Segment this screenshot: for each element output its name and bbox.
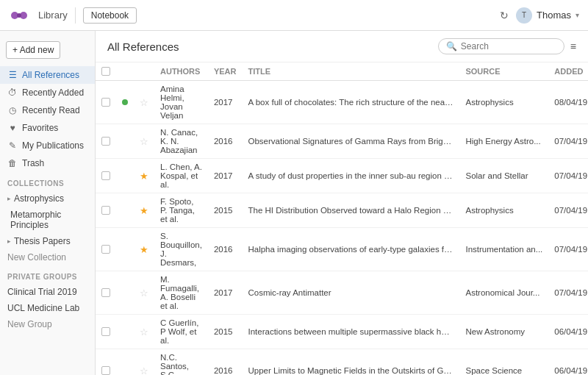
user-name: Thomas: [537, 10, 571, 21]
cell-title: A box full of chocolates: The rich struc…: [242, 81, 459, 124]
star-icon[interactable]: ☆: [140, 136, 148, 147]
cell-title: Observational Signatures of Gamma Rays f…: [242, 124, 459, 159]
group-item-clinical[interactable]: Clinical Trial 2019: [0, 284, 95, 300]
cell-source: Space Science: [459, 349, 548, 376]
svg-point-2: [17, 13, 21, 18]
star-icon[interactable]: ★: [140, 205, 148, 216]
cell-added: 06/04/19: [548, 349, 588, 376]
cell-source: Astrophysics: [459, 81, 548, 124]
nav-label-favorites: Favorites: [22, 123, 58, 133]
nav-icon-trash: 🗑: [7, 158, 18, 168]
cell-authors: C Guerlín, P Wolf, et al.: [154, 315, 208, 349]
group-item-ucl[interactable]: UCL Medicine Lab: [0, 300, 95, 316]
row-checkbox[interactable]: [101, 98, 110, 107]
user-menu[interactable]: T Thomas ▾: [516, 7, 579, 24]
content-area: All References 🔍 ≡ AUTHORS YEAR TITLE: [96, 31, 588, 375]
read-indicator: [122, 138, 128, 144]
header: Library Notebook ↻ T Thomas ▾: [0, 0, 588, 31]
nav-label-all-references: All References: [22, 70, 79, 80]
logo-icon: [9, 5, 29, 26]
cell-authors: M. Fumagalli, A. Boselli et al.: [154, 271, 208, 315]
notebook-button[interactable]: Notebook: [83, 7, 137, 24]
cell-added: 07/04/19: [548, 271, 588, 315]
table-row: ☆ N. Canac, K. N. Abazajian 2016 Observa…: [96, 124, 588, 159]
star-icon[interactable]: ★: [140, 244, 148, 255]
star-icon[interactable]: ☆: [140, 326, 148, 338]
nav-icon-my-publications: ✎: [7, 140, 18, 151]
cell-year: 2017: [208, 271, 243, 315]
select-all-checkbox[interactable]: [101, 67, 110, 76]
search-input[interactable]: [461, 41, 556, 51]
caret-icon: ▸: [7, 238, 11, 245]
cell-year: 2015: [208, 193, 243, 228]
row-checkbox[interactable]: [101, 327, 110, 336]
avatar: T: [516, 7, 532, 24]
new-collection-link[interactable]: New Collection: [0, 249, 95, 265]
row-checkbox[interactable]: [101, 288, 110, 297]
nav-icon-all-references: ☰: [7, 70, 18, 80]
sidebar-item-favorites[interactable]: ♥Favorites: [0, 119, 95, 137]
row-checkbox[interactable]: [101, 171, 110, 180]
collection-item-astrophysics[interactable]: ▸Astrophysics: [0, 190, 95, 207]
read-indicator: [122, 173, 128, 179]
table-row: ★ F. Spoto, P. Tanga, et al. 2015 The HI…: [96, 193, 588, 228]
collection-label: Astrophysics: [14, 193, 64, 204]
table-row: ☆ Amina Helmi, Jovan Veljan 2017 A box f…: [96, 81, 588, 124]
row-checkbox[interactable]: [101, 245, 110, 254]
table-row: ★ L. Chen, A. Kospal, et al. 2017 A stud…: [96, 159, 588, 193]
star-icon[interactable]: ☆: [140, 288, 148, 299]
read-indicator: [122, 207, 128, 213]
collection-label: Metamorphic Principles: [10, 210, 87, 230]
app-title: Library: [38, 10, 68, 21]
nav-label-trash: Trash: [22, 158, 44, 168]
row-checkbox[interactable]: [101, 366, 110, 375]
cell-source: New Astronomy: [459, 315, 548, 349]
nav-label-recently-added: Recently Added: [22, 88, 84, 98]
references-table: AUTHORS YEAR TITLE SOURCE ADDED ▼ FILE ☆: [96, 63, 588, 375]
star-icon[interactable]: ☆: [140, 365, 148, 376]
row-checkbox[interactable]: [101, 137, 110, 146]
star-icon[interactable]: ☆: [140, 97, 148, 108]
star-icon[interactable]: ★: [140, 171, 148, 182]
cell-authors: N. Canac, K. N. Abazajian: [154, 124, 208, 159]
header-right: ↻ T Thomas ▾: [500, 7, 579, 24]
table-row: ☆ C Guerlín, P Wolf, et al. 2015 Interac…: [96, 315, 588, 349]
add-new-button[interactable]: + Add new: [6, 41, 60, 59]
header-divider: [75, 7, 76, 24]
cell-source: High Energy Astro...: [459, 124, 548, 159]
new-group-link[interactable]: New Group: [0, 316, 95, 332]
table-row: ☆ N.C. Santos, S.C. Barros, 2016 Upper L…: [96, 349, 588, 376]
sidebar-item-trash[interactable]: 🗑Trash: [0, 154, 95, 172]
col-header-authors[interactable]: AUTHORS: [154, 63, 208, 81]
cell-added: 07/04/19: [548, 124, 588, 159]
sidebar-item-recently-added[interactable]: ⏱Recently Added: [0, 84, 95, 101]
cell-title: The HI Distribution Observed toward a Ha…: [242, 193, 459, 228]
refresh-icon[interactable]: ↻: [500, 10, 509, 21]
private-groups-section-label: PRIVATE GROUPS: [0, 265, 95, 284]
table-header: AUTHORS YEAR TITLE SOURCE ADDED ▼ FILE: [96, 63, 588, 81]
cell-authors: S. Bouquillon, J. Desmars,: [154, 228, 208, 271]
search-bar: 🔍: [438, 38, 564, 54]
cell-source: Instrumentation an...: [459, 228, 548, 271]
sidebar-item-recently-read[interactable]: ◷Recently Read: [0, 101, 95, 119]
cell-title: Interactions between multiple supermassi…: [242, 315, 459, 349]
collection-item-metamorphic[interactable]: Metamorphic Principles: [0, 207, 95, 233]
cell-added: 07/04/19: [548, 228, 588, 271]
filter-icon[interactable]: ≡: [570, 40, 576, 52]
cell-added: 07/04/19: [548, 193, 588, 228]
cell-year: 2017: [208, 159, 243, 193]
col-header-added[interactable]: ADDED ▼: [548, 63, 588, 81]
cell-year: 2016: [208, 349, 243, 376]
cell-added: 06/04/19: [548, 315, 588, 349]
sidebar-item-all-references[interactable]: ☰All References: [0, 66, 95, 84]
nav-icon-recently-added: ⏱: [7, 88, 18, 98]
collection-item-thesis[interactable]: ▸Thesis Papers: [0, 233, 95, 249]
col-header-year[interactable]: YEAR: [208, 63, 243, 81]
references-table-container: AUTHORS YEAR TITLE SOURCE ADDED ▼ FILE ☆: [96, 63, 588, 375]
read-indicator: [122, 290, 128, 296]
row-checkbox[interactable]: [101, 206, 110, 215]
table-row: ★ S. Bouquillon, J. Desmars, 2016 Halpha…: [96, 228, 588, 271]
read-indicator: [122, 99, 128, 105]
group-label: Clinical Trial 2019: [7, 287, 77, 297]
sidebar-item-my-publications[interactable]: ✎My Publications: [0, 137, 95, 154]
